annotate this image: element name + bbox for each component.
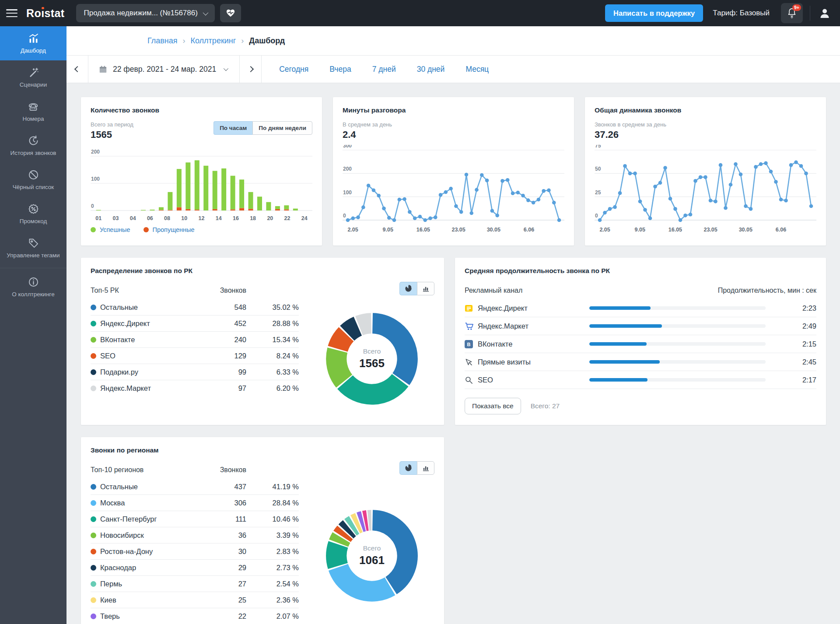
row-value: 25: [211, 596, 246, 604]
duration-bar-track: [589, 306, 766, 310]
sidebar-item-numbers[interactable]: Номера: [0, 95, 66, 129]
svg-text:300: 300: [343, 145, 352, 149]
card-title: Количество звонков: [91, 106, 312, 114]
table-row: Ростов-на-Дону302.83 %: [91, 543, 299, 560]
legend-item-missed[interactable]: Пропущенные: [144, 226, 195, 233]
table-row: Краснодар292.73 %: [91, 560, 299, 576]
card-regions: Звонки по регионам Топ-10 регионов Звонк…: [81, 437, 444, 624]
row-percent: 3.39 %: [246, 531, 299, 540]
duration-bar-track: [589, 378, 766, 382]
date-range-picker[interactable]: 22 февр. 2021 - 24 мар. 2021: [88, 56, 240, 83]
sidebar-item-scenarios[interactable]: Сценарии: [0, 60, 66, 95]
dynamics-line-chart[interactable]: 75502502.059.0516.0523.0530.056.06: [595, 145, 816, 237]
minutes-line-chart[interactable]: 30020010002.059.0516.0523.0530.056.06: [343, 145, 564, 237]
breadcrumb-separator-icon: ›: [183, 36, 186, 46]
legend-dot: [91, 227, 96, 232]
toggle-by-hours[interactable]: По часам: [214, 121, 252, 135]
sidebar-item-call-history[interactable]: История звонков: [0, 129, 66, 163]
series-color-dot: [91, 565, 96, 571]
period-link-today[interactable]: Сегодня: [279, 65, 308, 74]
period-link-yesterday[interactable]: Вчера: [329, 65, 351, 74]
channel-name: Яндекс.Директ: [478, 304, 589, 312]
breadcrumb-home[interactable]: Главная: [147, 36, 178, 46]
bar-chart-icon: [422, 464, 430, 472]
breadcrumb-calltracking[interactable]: Коллтрекинг: [191, 36, 236, 46]
history-icon: [28, 135, 39, 147]
duration-bar-fill: [589, 378, 648, 382]
show-all-button[interactable]: Показать все: [465, 398, 521, 414]
sidebar-item-promocode[interactable]: Промокод: [0, 197, 66, 231]
duration-bar-track: [589, 324, 766, 328]
row-name: Остальные: [100, 483, 211, 491]
svg-text:50: 50: [595, 166, 601, 172]
duration-table: Яндекс.Директ2:23Яндекс.Маркет2:49ВВКонт…: [465, 299, 816, 389]
bar-chart-icon: [422, 285, 430, 292]
series-color-dot: [91, 369, 96, 375]
hamburger-menu-icon[interactable]: [6, 8, 19, 18]
legend-item-success[interactable]: Успешные: [91, 226, 130, 233]
pie-view-button[interactable]: [399, 282, 417, 295]
svg-text:06: 06: [147, 215, 153, 221]
notifications-button[interactable]: 9+: [781, 3, 803, 23]
row-name: Новосибирск: [100, 531, 211, 540]
period-link-7days[interactable]: 7 дней: [372, 65, 396, 74]
regions-table: Остальные43741.19 %Москва30628.84 %Санкт…: [91, 479, 299, 624]
calls-bar-chart[interactable]: 200100001030406081012141618202224: [91, 146, 312, 223]
health-button[interactable]: [220, 4, 241, 22]
sidebar-item-dashboard[interactable]: Дашборд: [0, 26, 66, 60]
phone-icon: [27, 101, 39, 112]
series-color-dot: [91, 549, 96, 554]
svg-text:100: 100: [91, 176, 100, 182]
table-row: Пермь272.54 %: [91, 576, 299, 592]
card-title: Звонки по регионам: [91, 446, 434, 454]
bar-view-button[interactable]: [417, 282, 434, 295]
period-link-30days[interactable]: 30 дней: [417, 65, 445, 74]
svg-text:18: 18: [250, 215, 256, 221]
svg-text:В: В: [467, 341, 471, 347]
svg-text:0: 0: [343, 213, 346, 219]
row-percent: 10.46 %: [246, 515, 299, 523]
table-header: Топ-5 РК Звонков: [91, 282, 299, 299]
stat-subtitle: Звонков в среднем за день: [595, 121, 666, 128]
project-selector[interactable]: Продажа недвижим... (№156786): [76, 4, 215, 22]
period-link-month[interactable]: Месяц: [466, 65, 489, 74]
rk-donut-chart[interactable]: Всего 1565: [315, 301, 429, 416]
row-percent: 15.34 %: [246, 336, 299, 344]
sidebar-item-blacklist[interactable]: Чёрный список: [0, 163, 66, 197]
row-value: 548: [211, 303, 246, 312]
table-row: Подарки.ру996.33 %: [91, 364, 299, 380]
next-period-button[interactable]: [240, 56, 262, 83]
series-color-dot: [91, 321, 96, 326]
total-note: Всего: 27: [531, 402, 560, 410]
table-row: Яндекс.Директ45228.88 %: [91, 316, 299, 332]
svg-text:08: 08: [164, 215, 170, 221]
series-color-dot: [91, 305, 96, 310]
info-icon: [28, 276, 39, 288]
table-header: Рекламный канал Продолжительность, мин :…: [465, 282, 816, 299]
table-row: Москва30628.84 %: [91, 495, 299, 511]
user-avatar[interactable]: [817, 6, 832, 21]
pie-view-button[interactable]: [399, 461, 417, 475]
channel-name: ВКонтакте: [478, 340, 589, 348]
svg-text:100: 100: [343, 189, 352, 196]
table-row: Тверь222.07 %: [91, 608, 299, 624]
series-color-dot: [91, 581, 96, 587]
quick-period-links: Сегодня Вчера 7 дней 30 дней Месяц: [262, 56, 489, 83]
sidebar-item-tag-management[interactable]: Управление тегами: [0, 231, 66, 265]
support-button[interactable]: Написать в поддержку: [605, 4, 703, 22]
rk-table: Остальные54835.02 %Яндекс.Директ45228.88…: [91, 299, 299, 396]
svg-text:16: 16: [233, 215, 239, 221]
row-name: ВКонтакте: [100, 336, 211, 344]
table-row: Новосибирск363.39 %: [91, 527, 299, 543]
chart-legend: Успешные Пропущенные: [91, 226, 312, 233]
svg-text:30.05: 30.05: [739, 227, 752, 233]
sidebar-item-about-calltracking[interactable]: О коллтрекинге: [0, 270, 66, 304]
svg-text:14: 14: [216, 215, 222, 221]
bar-view-button[interactable]: [417, 461, 434, 475]
toggle-by-weekdays[interactable]: По дням недели: [252, 121, 312, 135]
legend-dot: [144, 227, 149, 232]
card-title: Минуты разговора: [343, 106, 564, 114]
tariff-label: Тариф: Базовый: [713, 9, 770, 18]
prev-period-button[interactable]: [66, 56, 88, 83]
regions-donut-chart[interactable]: Всего 1061: [315, 498, 429, 613]
